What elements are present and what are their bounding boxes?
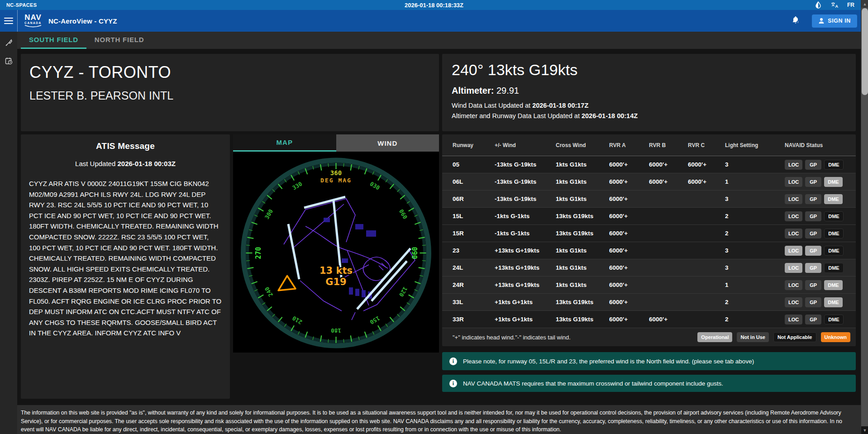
cell-rvr_b: 6000'+ [649, 316, 688, 323]
runway-row-06L: 06L-13kts G-19kts1kts G1kts6000'+6000'+6… [442, 173, 856, 191]
cell-runway: 15L [453, 213, 495, 219]
runway-updated-time: 2026-01-18 00:14Z [582, 112, 638, 119]
cell-cross_wind: 13kts G19kts [556, 230, 609, 237]
cell-rvr_a: 6000'+ [609, 281, 649, 288]
cell-rvr_a: 6000'+ [609, 196, 649, 202]
compass-tick [246, 245, 250, 246]
cell-light_setting: 2 [725, 299, 785, 305]
navaid-badge-loc: LOC [785, 297, 802, 307]
page-scrollbar[interactable]: ▲ ▼ [861, 0, 868, 434]
schedule-history-icon[interactable] [0, 52, 17, 69]
cell-wind: +13kts G+19kts [495, 247, 556, 254]
runway-row-23: 23+13kts G+19kts1kts G1kts6000'+3LOCGPDM… [442, 242, 856, 259]
scroll-down-icon[interactable]: ▼ [861, 426, 868, 434]
cell-runway: 24R [453, 281, 495, 288]
navaid-badge-gp: GP [805, 211, 821, 221]
col-runway: Runway [453, 142, 495, 148]
navaid-badge-dme: DME [824, 229, 843, 238]
cell-light_setting: 3 [725, 161, 785, 168]
tab-map[interactable]: MAP [233, 134, 336, 152]
col-rvr-b: RVR B [649, 142, 688, 148]
cell-cross_wind: 1kts G1kts [556, 247, 609, 254]
table-legend-row: "+" indicates head wind."-" indicates ta… [442, 328, 856, 346]
cell-runway: 24L [453, 264, 495, 271]
cell-light_setting: 2 [725, 213, 785, 219]
cell-runway: 06R [453, 196, 495, 202]
altimeter-value: 29.91 [496, 86, 519, 95]
compass-label-210: 210 [291, 315, 303, 325]
cell-light_setting: 2 [725, 230, 785, 237]
cell-cross_wind: 1kts G1kts [556, 281, 609, 288]
wind-gust-label: G19 [325, 277, 346, 287]
cell-runway: 33L [453, 299, 495, 305]
wind-direction-arrow-icon [274, 276, 296, 297]
page-title: NC-AeroView - CYYZ [48, 17, 117, 25]
runway-row-15R: 15R-1kts G-1kts13kts G19kts6000'+2LOCGPD… [442, 225, 856, 242]
note-preferred-wind: Please note, for runway 05, 15L/R and 23… [442, 352, 856, 370]
nav-canada-logo[interactable]: NAV CANADA [24, 14, 42, 29]
cell-navaids: LOCGPDME [785, 229, 856, 238]
runway-updated-line: Altimeter and Runway Data Last Updated a… [452, 112, 856, 119]
cell-rvr_a: 6000'+ [609, 299, 649, 305]
navaid-badge-gp: GP [805, 297, 821, 307]
sign-in-button[interactable]: SIGN IN [812, 14, 857, 28]
menu-icon[interactable] [4, 16, 13, 26]
cell-cross_wind: 1kts G1kts [556, 264, 609, 271]
runway-row-05: 05-13kts G-19kts1kts G1kts6000'+6000'+60… [442, 156, 856, 173]
cell-navaids: LOCGPDME [785, 246, 856, 256]
cell-navaids: LOCGPDME [785, 315, 856, 324]
cell-rvr_b: 6000'+ [649, 161, 688, 168]
table-body: 05-13kts G-19kts1kts G1kts6000'+6000'+60… [442, 156, 856, 328]
navaid-badge-gp: GP [805, 246, 821, 256]
navaid-badge-dme: DME [824, 246, 843, 256]
compass-label-120: 120 [398, 286, 409, 298]
wind-sign-note: "+" indicates head wind."-" indicates ta… [453, 334, 571, 341]
navaid-badge-loc: LOC [785, 280, 802, 290]
runway-row-24R: 24R+13kts G+19kts1kts G1kts6000'+1LOCGPD… [442, 277, 856, 294]
compass-label-060: 060 [398, 208, 409, 220]
cell-light_setting: 1 [725, 281, 785, 288]
language-toggle[interactable]: FR [847, 2, 854, 8]
svg-text:A: A [835, 4, 839, 9]
svg-text:!: ! [798, 21, 799, 24]
scroll-up-icon[interactable]: ▲ [861, 0, 868, 8]
cell-rvr_c: 6000'+ [688, 161, 725, 168]
tab-north-field[interactable]: NORTH FIELD [86, 32, 153, 49]
airport-title: CYYZ - TORONTO [29, 63, 439, 82]
cell-runway: 23 [453, 247, 495, 254]
compass-label-270: 270 [254, 247, 262, 259]
airport-map[interactable]: 360 DEG MAG 13 kts G19 03006009012015018… [233, 152, 439, 353]
navaid-badge-dme: DME [824, 280, 842, 290]
cell-wind: -1kts G-1kts [495, 230, 556, 237]
cell-cross_wind: 1kts G1kts [556, 161, 609, 168]
cell-cross_wind: 13kts G19kts [556, 299, 609, 305]
cell-wind: -13kts G-19kts [495, 178, 556, 185]
compass-label-180: 180 [331, 327, 341, 334]
cell-rvr_c: 6000'+ [688, 178, 725, 185]
tab-south-field[interactable]: SOUTH FIELD [21, 32, 86, 49]
cell-light_setting: 3 [725, 264, 785, 271]
compass-north-label: 360 [330, 169, 342, 176]
altimeter-line: Altimeter: 29.91 [452, 86, 856, 96]
notifications-bell-icon[interactable]: ! [791, 15, 800, 26]
navaid-badge-dme: DME [824, 160, 843, 170]
scrollbar-thumb[interactable] [862, 8, 868, 95]
disclaimer-text: The information on this web site is prov… [21, 410, 842, 433]
content: CYYZ - TORONTO LESTER B. PEARSON INTL 24… [17, 49, 861, 405]
compass-label-150: 150 [369, 315, 381, 325]
wind-summary-card: 240° 13kts G19kts Altimeter: 29.91 Wind … [442, 54, 856, 131]
runway-table-card: Runway +/- Wind Cross Wind RVR A RVR B R… [442, 134, 856, 346]
table-header-row: Runway +/- Wind Cross Wind RVR A RVR B R… [442, 134, 856, 156]
col-light-setting: Light Setting [725, 142, 785, 148]
runway-row-24L: 24L+13kts G+19kts1kts G1kts6000'+3LOCGPD… [442, 259, 856, 277]
map-card: MAP WIND [233, 134, 439, 353]
atis-report-icon[interactable] [0, 34, 17, 51]
navaid-badge-gp: GP [805, 263, 821, 273]
compass-tick [328, 339, 329, 343]
cell-rvr_a: 6000'+ [609, 178, 649, 185]
translate-icon[interactable]: A [831, 1, 838, 9]
legend-badge-operational: Operational [697, 332, 732, 342]
tab-wind[interactable]: WIND [336, 134, 439, 152]
contrast-icon[interactable] [815, 1, 822, 9]
compass-tick [422, 261, 426, 261]
